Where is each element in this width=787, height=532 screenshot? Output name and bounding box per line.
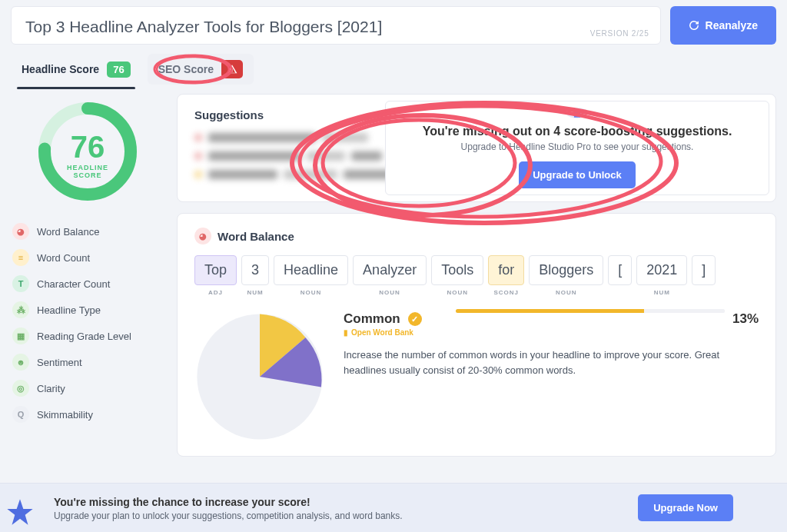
version-label: VERSION 2/25	[590, 29, 649, 38]
overlay-title: You're missing out on 4 score-boosting s…	[423, 125, 732, 138]
token-pos: NOUN	[529, 289, 603, 296]
score-label: HEADLINESCORE	[38, 164, 138, 181]
token-text: for	[488, 255, 524, 285]
nav-label: Skimmability	[37, 409, 93, 421]
token-text: Headline	[274, 255, 348, 285]
word-token: ToolsNOUN	[431, 255, 483, 296]
nav-label: Character Count	[37, 278, 110, 290]
lock-icon	[566, 108, 588, 118]
token-text: Top	[194, 255, 237, 285]
token-text: 3	[241, 255, 269, 285]
nav-label: Headline Type	[37, 304, 101, 316]
book-icon: ▮	[344, 328, 348, 337]
common-pct: 13%	[732, 311, 759, 327]
nav-icon: ☻	[12, 354, 29, 371]
token-text: [	[608, 255, 632, 285]
sidebar-item-sentiment[interactable]: ☻Sentiment	[11, 349, 164, 375]
token-text: Bloggers	[529, 255, 603, 285]
word-token: TopADJ	[194, 255, 237, 296]
word-balance-title: ◕ Word Balance	[194, 228, 759, 244]
word-token: 3NUM	[241, 255, 269, 296]
sidebar-item-word-count[interactable]: ≡Word Count	[11, 244, 164, 271]
pie-icon: ◕	[194, 228, 211, 244]
sidebar-item-clarity[interactable]: ◎Clarity	[11, 375, 164, 401]
check-icon: ✓	[408, 312, 422, 326]
warning-icon	[221, 60, 243, 78]
token-pos: NUM	[636, 289, 687, 296]
nav-icon: ◕	[12, 223, 29, 240]
sidebar-item-headline-type[interactable]: ⁂Headline Type	[11, 297, 164, 323]
nav-label: Reading Grade Level	[37, 331, 131, 342]
token-pos: ADJ	[194, 289, 237, 296]
footer-subtitle: Upgrade your plan to unlock your suggest…	[54, 510, 403, 521]
common-meter	[456, 309, 725, 313]
tab-headline-score[interactable]: Headline Score 76	[11, 54, 141, 85]
headline-title-box: Top 3 Headline Analyzer Tools for Blogge…	[11, 6, 661, 45]
open-word-bank-link[interactable]: ▮ Open Word Bank	[344, 328, 759, 337]
reanalyze-label: Reanalyze	[706, 19, 758, 32]
token-text: Analyzer	[353, 255, 427, 285]
word-token: AnalyzerNOUN	[353, 255, 427, 296]
nav-icon: ≡	[12, 249, 29, 266]
sidebar-item-reading-grade-level[interactable]: ▦Reading Grade Level	[11, 323, 164, 349]
headline-score-badge: 76	[107, 62, 130, 78]
headline-title: Top 3 Headline Analyzer Tools for Blogge…	[25, 18, 646, 36]
sidebar-item-character-count[interactable]: TCharacter Count	[11, 271, 164, 297]
token-text: ]	[692, 255, 716, 285]
token-pos: NOUN	[431, 289, 483, 296]
upgrade-now-button[interactable]: Upgrade Now	[638, 494, 733, 521]
nav-icon: Q	[12, 406, 29, 423]
common-description: Increase the number of common words in y…	[344, 347, 759, 377]
overlay-subtitle: Upgrade to Headline Studio Pro to see yo…	[461, 141, 694, 152]
token-pos: NOUN	[274, 289, 348, 296]
nav-label: Word Count	[37, 252, 90, 264]
nav-icon: ⁂	[12, 301, 29, 318]
word-token: ]	[692, 255, 716, 296]
nav-label: Sentiment	[37, 357, 82, 368]
nav-icon: T	[12, 275, 29, 292]
reanalyze-button[interactable]: Reanalyze	[670, 6, 776, 45]
word-token: BloggersNOUN	[529, 255, 603, 296]
star-icon	[5, 497, 35, 527]
token-text: Tools	[431, 255, 483, 285]
sidebar: 76 HEADLINESCORE ◕Word Balance≡Word Coun…	[11, 94, 164, 457]
word-token: [	[608, 255, 632, 296]
tab-label: SEO Score	[158, 63, 214, 75]
token-pos: NOUN	[353, 289, 427, 296]
token-pos: SCONJ	[488, 289, 524, 296]
refresh-icon	[689, 20, 699, 31]
tab-label: Headline Score	[22, 63, 99, 75]
upgrade-unlock-button[interactable]: Upgrade to Unlock	[519, 161, 636, 188]
nav-icon: ◎	[12, 380, 29, 397]
word-token: 2021NUM	[636, 255, 687, 296]
footer-title: You're missing the chance to increase yo…	[54, 496, 310, 508]
word-balance-card: ◕ Word Balance TopADJ3NUMHeadlineNOUNAna…	[177, 213, 776, 457]
sidebar-item-skimmability[interactable]: QSkimmability	[11, 401, 164, 427]
common-label: Common	[344, 311, 400, 327]
upgrade-overlay: You're missing out on 4 score-boosting s…	[385, 101, 769, 195]
word-balance-pie	[194, 311, 325, 442]
footer-upgrade-banner: You're missing the chance to increase yo…	[0, 483, 787, 532]
nav-label: Word Balance	[37, 226, 99, 238]
tab-seo-score[interactable]: SEO Score	[148, 54, 254, 85]
word-token: forSCONJ	[488, 255, 524, 296]
suggestions-card: Suggestions You're missing out on 4 scor…	[177, 94, 776, 202]
score-circle: 76 HEADLINESCORE	[38, 101, 138, 201]
token-text: 2021	[636, 255, 687, 285]
sidebar-item-word-balance[interactable]: ◕Word Balance	[11, 218, 164, 244]
score-value: 76	[71, 130, 105, 165]
word-tokens: TopADJ3NUMHeadlineNOUNAnalyzerNOUNToolsN…	[194, 255, 759, 296]
nav-icon: ▦	[12, 328, 29, 344]
word-token: HeadlineNOUN	[274, 255, 348, 296]
token-pos: NUM	[241, 289, 269, 296]
nav-label: Clarity	[37, 383, 65, 394]
